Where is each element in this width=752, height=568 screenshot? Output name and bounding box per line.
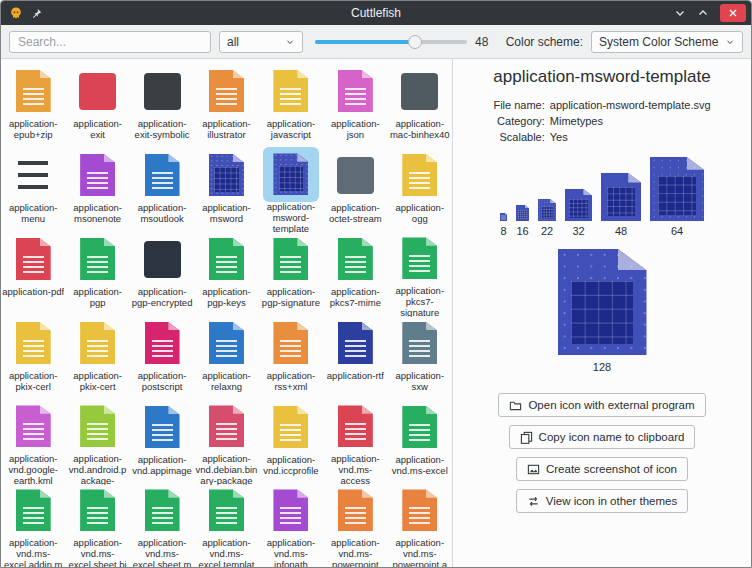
themes-icon (527, 495, 540, 508)
icon-grid-item[interactable]: application-ogg (388, 149, 452, 233)
doc-file-icon (273, 238, 308, 280)
icon-grid-item[interactable]: application-vnd.google-earth.kml (1, 401, 65, 485)
icon-grid-item-label: application-json (324, 118, 386, 140)
preview-size-64[interactable]: 64 (650, 157, 704, 237)
preview-size-22[interactable]: 22 (538, 199, 556, 237)
icon-grid-item[interactable]: application-rss+xml (259, 317, 323, 401)
maximize-button[interactable] (697, 7, 709, 19)
application-pkix-cerl-icon (11, 321, 55, 365)
icon-grid-item-label: application-pkcs7-signature (389, 285, 451, 317)
preview-size-48[interactable]: 48 (601, 173, 641, 237)
doc-file-icon (145, 154, 180, 196)
application-rtf-icon (333, 321, 377, 365)
screenshot-icon (527, 463, 540, 476)
application-mac-binhex40-icon (398, 69, 442, 113)
preview-size-32[interactable]: 32 (565, 189, 592, 237)
preview-size-label: 22 (541, 225, 553, 237)
icon-grid-item-label: application-vnd.ms-excel.addin.m (2, 537, 64, 567)
icon-grid-item[interactable]: application-vnd.ms-excel (388, 401, 452, 485)
icon-grid-item[interactable]: application-msoutlook (130, 149, 194, 233)
minimize-button[interactable] (674, 7, 686, 19)
doc-file-icon (80, 405, 115, 447)
icon-grid-item[interactable]: application-vnd.ms-powerpoint.a (388, 485, 452, 567)
icon-grid-item[interactable]: application-postscript (130, 317, 194, 401)
icon-grid-item[interactable]: application-vnd.debian.binary-package (194, 401, 258, 485)
doc-file-icon (80, 489, 115, 531)
icon-grid-item[interactable]: application-vnd.ms-powerpoint (323, 485, 387, 567)
preview-size-16[interactable]: 16 (516, 205, 529, 237)
icon-grid-item[interactable]: application-vnd.appimage (130, 401, 194, 485)
doc-file-icon (402, 489, 437, 531)
icon-grid-item[interactable]: application-exit-symbolic (130, 65, 194, 149)
icon-grid-item[interactable]: application-msonenote (65, 149, 129, 233)
icon-grid-item[interactable]: application-vnd.android.package- (65, 401, 129, 485)
icon-grid-item[interactable]: application-menu (1, 149, 65, 233)
icon-grid-item[interactable]: application-vnd.ms-excel.templat (194, 485, 258, 567)
application-json-icon (333, 69, 377, 113)
close-button[interactable] (720, 4, 746, 22)
icon-grid-item[interactable]: application-pdf (1, 233, 65, 317)
icon-grid-item[interactable]: application-pkcs7-mime (323, 233, 387, 317)
icon-grid-item[interactable]: application-json (323, 65, 387, 149)
category-filter-dropdown[interactable]: all (219, 31, 303, 53)
preview-size-8[interactable]: 8 (500, 213, 507, 237)
icon-grid-item[interactable]: application-pgp (65, 233, 129, 317)
pin-icon[interactable] (31, 8, 42, 19)
icon-grid-item[interactable]: application-pgp-signature (259, 233, 323, 317)
icon-grid-item-label: application-vnd.android.package- (67, 453, 129, 485)
icon-grid-item[interactable]: application-javascript (259, 65, 323, 149)
icon-grid-item[interactable]: application-vnd.ms-access (323, 401, 387, 485)
word-file-icon (209, 154, 244, 196)
icon-grid-item-label: application-vnd.ms-excel.sheet.bi (67, 537, 129, 567)
icon-grid-item[interactable]: application-pgp-encrypted (130, 233, 194, 317)
icon-size-slider[interactable] (315, 31, 467, 53)
large-preview-size-label: 128 (593, 361, 611, 373)
details-meta: File name:application-msword-template.sv… (493, 99, 710, 143)
slider-handle[interactable] (408, 35, 422, 49)
icon-grid-item[interactable]: application-sxw (388, 317, 452, 401)
create-screenshot-button[interactable]: Create screenshot of icon (516, 457, 688, 481)
icon-grid-item-label: application-vnd.iccprofile (260, 454, 322, 476)
color-scheme-dropdown[interactable]: System Color Scheme (591, 31, 743, 53)
doc-file-icon (402, 406, 437, 448)
view-other-themes-button[interactable]: View icon in other themes (516, 489, 688, 513)
icon-grid-item[interactable]: application-pkix-cert (65, 317, 129, 401)
icon-grid-item[interactable]: application-vnd.ms-excel.addin.m (1, 485, 65, 567)
icon-grid-item[interactable]: application-octet-stream (323, 149, 387, 233)
icon-grid-item-label: application-pkix-cerl (2, 370, 64, 392)
icon-grid-item[interactable]: application-msword (194, 149, 258, 233)
icon-grid-item[interactable]: application-vnd.ms-excel.sheet.m (130, 485, 194, 567)
plain-file-icon (401, 73, 438, 110)
application-pgp-signature-icon (269, 237, 313, 281)
icon-grid-item[interactable]: application-vnd.ms-excel.sheet.bi (65, 485, 129, 567)
icon-grid-item[interactable]: application-rtf (323, 317, 387, 401)
application-vnd.debian.binary-package-icon (204, 405, 248, 448)
icon-grid-item-label: application-vnd.ms-access (324, 453, 386, 485)
titlebar[interactable]: Cuttlefish (1, 1, 751, 25)
doc-file-icon (80, 322, 115, 364)
icon-grid-item[interactable]: application-vnd.ms-infopath (259, 485, 323, 567)
doc-file-icon (273, 322, 308, 364)
icon-grid-item[interactable]: application-pkcs7-signature (388, 233, 452, 317)
copy-icon-name-button[interactable]: Copy icon name to clipboard (509, 425, 696, 449)
icon-grid-item[interactable]: application-msword-template (259, 149, 323, 233)
application-vnd.google-earth.kml-icon (11, 405, 55, 448)
preview-size-label: 48 (615, 225, 627, 237)
search-input[interactable] (9, 31, 211, 53)
application-pkix-cert-icon (76, 321, 120, 365)
icon-grid-item[interactable]: application-relaxng (194, 317, 258, 401)
icon-grid-item-label: application-relaxng (195, 370, 257, 392)
icon-grid-item-label: application-menu (2, 202, 64, 224)
open-with-external-program-button[interactable]: Open icon with external program (498, 393, 705, 417)
icon-grid-item[interactable]: application-epub+zip (1, 65, 65, 149)
cuttlefish-logo-icon (9, 6, 23, 20)
icon-grid-item[interactable]: application-exit (65, 65, 129, 149)
icon-grid-item[interactable]: application-pkix-cerl (1, 317, 65, 401)
icon-grid-item[interactable]: application-pgp-keys (194, 233, 258, 317)
icon-grid-item[interactable]: application-mac-binhex40 (388, 65, 452, 149)
icon-grid-item[interactable]: application-vnd.iccprofile (259, 401, 323, 485)
detail-field-value: Yes (550, 131, 711, 143)
icon-grid-item-label: application-msoutlook (131, 202, 193, 224)
detail-field-value: application-msword-template.svg (550, 99, 711, 111)
icon-grid-item[interactable]: application-illustrator (194, 65, 258, 149)
